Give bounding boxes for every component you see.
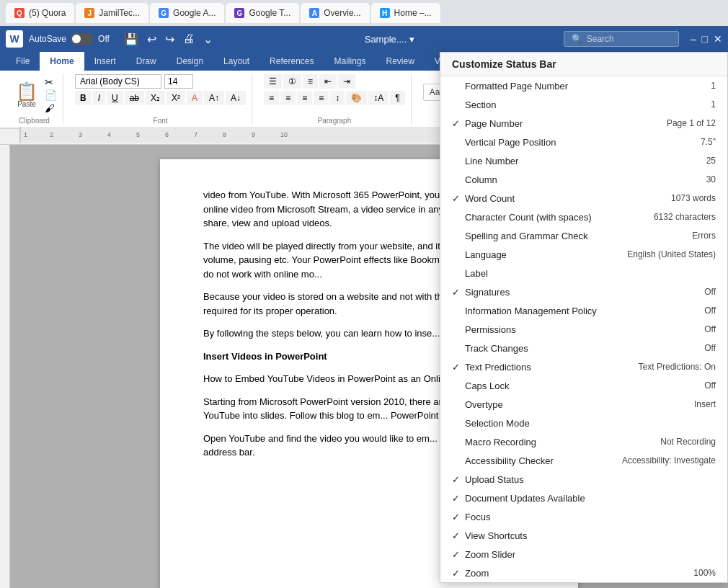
italic-button[interactable]: I	[93, 91, 105, 105]
customize-item-5[interactable]: Column30	[440, 170, 727, 189]
customize-item-25[interactable]: ✓Zoom Slider	[440, 545, 727, 564]
word-icon: W	[6, 30, 23, 48]
tab-jamil[interactable]: J JamilTec...	[76, 3, 148, 23]
customize-item-0[interactable]: Formatted Page Number1	[440, 76, 727, 95]
customize-item-23[interactable]: ✓Focus	[440, 507, 727, 526]
customize-item-12[interactable]: Information Management PolicyOff	[440, 301, 727, 320]
tab-references[interactable]: References	[259, 52, 324, 71]
item-label-19: Macro Recording	[465, 437, 660, 447]
paste-icon: 📋	[16, 83, 37, 100]
redo-icon[interactable]: ↪	[162, 31, 177, 48]
undo-icon[interactable]: ↩	[144, 31, 159, 48]
item-label-12: Information Management Policy	[465, 306, 704, 316]
item-label-13: Permissions	[465, 324, 704, 335]
maximize-btn[interactable]: □	[702, 33, 708, 45]
font-size-grow[interactable]: A↑	[204, 91, 224, 105]
align-center-button[interactable]: ≡	[280, 91, 296, 105]
format-painter-button[interactable]: 🖌	[45, 102, 57, 114]
font-name-input[interactable]	[75, 74, 161, 89]
align-justify-button[interactable]: ≡	[314, 91, 329, 105]
item-value-12: Off	[704, 306, 716, 316]
strikethrough-button[interactable]: ab	[125, 91, 144, 105]
indent-button[interactable]: ⇥	[338, 74, 355, 89]
customize-item-10[interactable]: Label	[440, 264, 727, 282]
customize-item-8[interactable]: Spelling and Grammar CheckErrors	[440, 226, 727, 245]
minimize-btn[interactable]: –	[691, 33, 696, 45]
customize-item-11[interactable]: ✓SignaturesOff	[440, 282, 727, 301]
shading-button[interactable]: 🎨	[346, 91, 367, 105]
customize-item-2[interactable]: ✓Page NumberPage 1 of 12	[440, 114, 727, 133]
customize-item-16[interactable]: Caps LockOff	[440, 376, 727, 395]
tab-mailings[interactable]: Mailings	[324, 52, 376, 71]
customize-item-24[interactable]: ✓View Shortcuts	[440, 526, 727, 545]
customize-item-19[interactable]: Macro RecordingNot Recording	[440, 432, 727, 451]
font-label: Font	[154, 117, 168, 125]
item-value-8: Errors	[692, 231, 716, 241]
underline-button[interactable]: U	[107, 91, 123, 105]
font-size-shrink[interactable]: A↓	[226, 91, 246, 105]
tab-home[interactable]: H Home –...	[371, 3, 440, 23]
copy-button[interactable]: 📄	[45, 89, 57, 101]
tab-google-a[interactable]: G Google A...	[150, 3, 224, 23]
multilevel-button[interactable]: ≡	[303, 74, 318, 89]
customize-item-14[interactable]: Track ChangesOff	[440, 339, 727, 357]
close-btn[interactable]: ✕	[714, 33, 722, 45]
save-icon[interactable]: 💾	[121, 31, 141, 48]
item-value-15: Text Predictions: On	[639, 362, 716, 372]
customize-item-22[interactable]: ✓Document Updates Available	[440, 489, 727, 507]
customize-item-26[interactable]: ✓Zoom100%	[440, 564, 727, 582]
line-spacing-button[interactable]: ↕	[330, 91, 345, 105]
tab-overview[interactable]: A Overvie...	[301, 3, 369, 23]
superscript-button[interactable]: X²	[167, 91, 185, 105]
search-box[interactable]: 🔍 Search	[564, 31, 679, 47]
ruler-left	[0, 145, 10, 588]
checkmark-26: ✓	[452, 568, 465, 579]
item-label-6: Word Count	[465, 193, 671, 204]
item-label-1: Section	[465, 99, 711, 110]
customize-item-1[interactable]: Section1	[440, 95, 727, 114]
customize-item-20[interactable]: Accessibility CheckerAccessibility: Inve…	[440, 451, 727, 470]
font-size-input[interactable]	[164, 74, 193, 89]
subscript-button[interactable]: X₂	[146, 91, 165, 105]
customize-item-17[interactable]: OvertypeInsert	[440, 395, 727, 414]
customize-item-7[interactable]: Character Count (with spaces)6132 charac…	[440, 208, 727, 226]
sort-button[interactable]: ↕A	[368, 91, 389, 105]
show-marks-button[interactable]: ¶	[390, 91, 404, 105]
customize-item-4[interactable]: Line Number25	[440, 151, 727, 170]
customize-panel: Customize Status Bar Formatted Page Numb…	[440, 52, 728, 583]
tab-google-t[interactable]: G Google T...	[226, 3, 299, 23]
tab-layout[interactable]: Layout	[213, 52, 259, 71]
tab-insert[interactable]: Insert	[84, 52, 126, 71]
bold-button[interactable]: B	[75, 91, 92, 105]
print-icon[interactable]: 🖨	[180, 31, 197, 47]
customize-item-13[interactable]: PermissionsOff	[440, 320, 727, 339]
customize-item-9[interactable]: LanguageEnglish (United States)	[440, 245, 727, 264]
checkmark-15: ✓	[452, 362, 465, 373]
customize-item-15[interactable]: ✓Text PredictionsText Predictions: On	[440, 357, 727, 376]
customize-item-18[interactable]: Selection Mode	[440, 414, 727, 432]
tab-file[interactable]: File	[6, 52, 40, 71]
customize-item-21[interactable]: ✓Upload Status	[440, 470, 727, 489]
paste-button[interactable]: 📋 Paste	[12, 81, 42, 110]
align-right-button[interactable]: ≡	[297, 91, 312, 105]
tab-design[interactable]: Design	[167, 52, 213, 71]
customize-item-6[interactable]: ✓Word Count1073 words	[440, 189, 727, 208]
checkmark-21: ✓	[452, 474, 465, 485]
tab-review[interactable]: Review	[376, 52, 425, 71]
cut-button[interactable]: ✂	[45, 76, 57, 88]
item-label-22: Document Updates Available	[465, 493, 716, 504]
tab-jamil-label: JamilTec...	[99, 8, 140, 18]
more-icon[interactable]: ⌄	[200, 31, 216, 48]
bullets-button[interactable]: ☰	[264, 74, 282, 89]
numbering-button[interactable]: ①	[283, 74, 301, 89]
align-left-button[interactable]: ≡	[264, 91, 279, 105]
tab-quora[interactable]: Q (5) Quora	[6, 3, 74, 23]
checkmark-6: ✓	[452, 193, 465, 204]
item-label-0: Formatted Page Number	[465, 81, 711, 92]
tab-draw[interactable]: Draw	[126, 52, 167, 71]
font-color-button[interactable]: A	[187, 91, 203, 105]
tab-home[interactable]: Home	[40, 52, 84, 71]
autosave-toggle[interactable]	[71, 33, 94, 45]
outdent-button[interactable]: ⇤	[319, 74, 337, 89]
customize-item-3[interactable]: Vertical Page Position7.5"	[440, 133, 727, 151]
